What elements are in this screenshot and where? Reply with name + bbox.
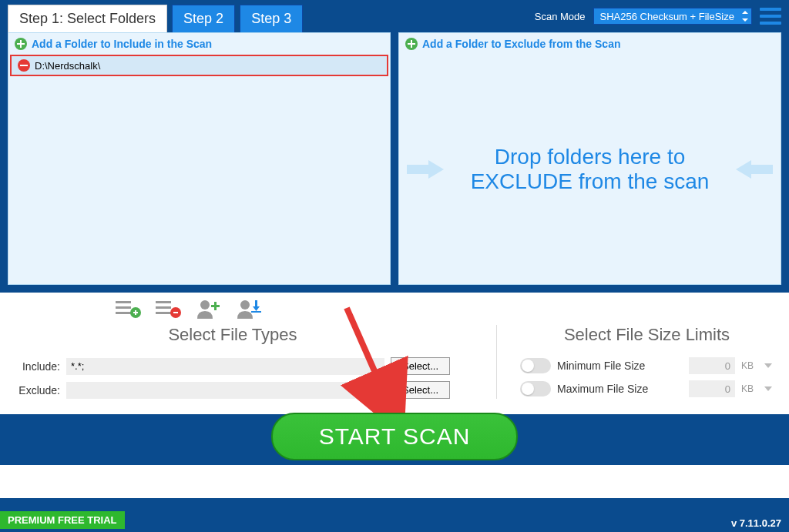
svg-point-16 bbox=[240, 300, 250, 309]
minus-icon[interactable] bbox=[18, 59, 30, 72]
svg-point-13 bbox=[200, 300, 210, 309]
header-bar: Step 1: Select Folders Step 2 Step 3 Sca… bbox=[0, 0, 789, 32]
tab-step3[interactable]: Step 3 bbox=[240, 5, 303, 32]
svg-rect-3 bbox=[116, 306, 131, 309]
svg-marker-1 bbox=[736, 160, 773, 179]
min-unit: KB bbox=[741, 360, 757, 371]
exclude-label: Exclude: bbox=[15, 384, 60, 396]
user-add-icon[interactable] bbox=[196, 299, 222, 319]
scan-area: START SCAN bbox=[0, 414, 789, 465]
svg-marker-20 bbox=[764, 363, 772, 368]
exclude-select-button[interactable]: Select... bbox=[391, 381, 450, 399]
min-size-toggle[interactable] bbox=[520, 358, 551, 373]
list-add-icon[interactable] bbox=[116, 299, 142, 319]
step-tabs: Step 1: Select Folders Step 2 Step 3 bbox=[8, 0, 303, 32]
max-size-toggle[interactable] bbox=[520, 381, 551, 396]
tab-step2[interactable]: Step 2 bbox=[172, 5, 235, 32]
header-right: Scan Mode SHA256 Checksum + FileSize bbox=[535, 8, 781, 25]
include-header-text: Add a Folder to Include in the Scan bbox=[32, 38, 212, 50]
svg-rect-15 bbox=[211, 305, 220, 307]
max-unit: KB bbox=[741, 383, 757, 394]
exclude-panel: Add a Folder to Exclude from the Scan Dr… bbox=[398, 32, 781, 285]
include-folder-list: D:\Nerdschalk\ bbox=[8, 55, 390, 284]
menu-icon[interactable] bbox=[760, 8, 781, 25]
include-input[interactable] bbox=[66, 358, 384, 375]
arrow-right-icon bbox=[407, 160, 444, 179]
drop-text: Drop folders here to EXCLUDE from the sc… bbox=[453, 145, 727, 194]
list-remove-icon[interactable] bbox=[156, 299, 182, 319]
svg-rect-8 bbox=[156, 301, 171, 303]
svg-rect-19 bbox=[251, 311, 261, 313]
file-size-group: Select File Size Limits Minimum File Siz… bbox=[496, 325, 774, 399]
scan-mode-label: Scan Mode bbox=[535, 11, 586, 22]
chevron-down-icon[interactable] bbox=[763, 383, 774, 394]
footer: PREMIUM FREE TRIAL v 7.11.0.27 bbox=[0, 498, 789, 532]
list-toolbar bbox=[15, 299, 774, 319]
exclude-header-text: Add a Folder to Exclude from the Scan bbox=[422, 38, 620, 50]
svg-marker-0 bbox=[407, 160, 444, 179]
include-panel: Add a Folder to Include in the Scan D:\N… bbox=[8, 32, 391, 285]
svg-rect-7 bbox=[135, 310, 136, 315]
user-import-icon[interactable] bbox=[236, 299, 262, 319]
svg-rect-4 bbox=[116, 312, 131, 314]
min-size-input[interactable] bbox=[689, 357, 735, 374]
svg-rect-12 bbox=[173, 312, 178, 313]
include-select-button[interactable]: Select... bbox=[391, 357, 450, 375]
exclude-drop-zone[interactable]: Drop folders here to EXCLUDE from the sc… bbox=[399, 55, 781, 284]
svg-rect-10 bbox=[156, 312, 171, 314]
file-types-title: Select File Types bbox=[15, 325, 450, 345]
svg-rect-9 bbox=[156, 306, 171, 309]
exclude-input[interactable] bbox=[66, 382, 384, 399]
svg-rect-2 bbox=[116, 301, 131, 303]
scan-mode-select[interactable]: SHA256 Checksum + FileSize bbox=[593, 8, 753, 25]
main-panels: Add a Folder to Include in the Scan D:\N… bbox=[0, 32, 789, 293]
folder-item[interactable]: D:\Nerdschalk\ bbox=[10, 55, 388, 76]
max-size-input[interactable] bbox=[689, 380, 735, 397]
chevron-down-icon[interactable] bbox=[763, 360, 774, 371]
svg-marker-18 bbox=[253, 306, 260, 311]
folder-path: D:\Nerdschalk\ bbox=[35, 60, 100, 72]
add-exclude-folder[interactable]: Add a Folder to Exclude from the Scan bbox=[399, 33, 781, 55]
file-size-title: Select File Size Limits bbox=[520, 325, 774, 345]
plus-icon bbox=[405, 38, 418, 50]
add-include-folder[interactable]: Add a Folder to Include in the Scan bbox=[8, 33, 390, 55]
trial-badge[interactable]: PREMIUM FREE TRIAL bbox=[0, 511, 125, 529]
min-size-label: Minimum File Size bbox=[557, 360, 683, 372]
file-types-group: Select File Types Include: Select... Exc… bbox=[15, 325, 465, 399]
max-size-label: Maximum File Size bbox=[557, 383, 683, 395]
tab-step1[interactable]: Step 1: Select Folders bbox=[8, 5, 167, 32]
svg-marker-21 bbox=[764, 386, 772, 391]
filter-section: Select File Types Include: Select... Exc… bbox=[0, 293, 789, 414]
include-label: Include: bbox=[15, 360, 60, 373]
plus-icon bbox=[15, 38, 27, 50]
start-scan-button[interactable]: START SCAN bbox=[271, 413, 519, 460]
version-label: v 7.11.0.27 bbox=[731, 517, 781, 529]
arrow-left-icon bbox=[736, 160, 773, 179]
